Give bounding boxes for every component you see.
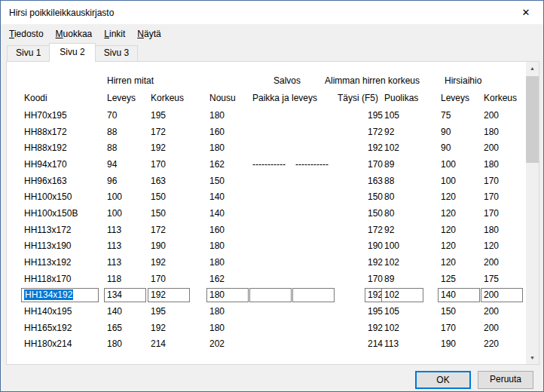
menu-hotkey: L	[104, 29, 109, 39]
menu-item-linkit[interactable]: Linkit	[98, 26, 131, 41]
cell-korkeus: 192	[151, 323, 209, 333]
menu-item-muokkaa[interactable]: Muokkaa	[50, 26, 99, 41]
tab-sivu-3[interactable]: Sivu 3	[95, 45, 138, 61]
menu-item-nayta[interactable]: Näytä	[131, 26, 167, 41]
table-row[interactable]: HH70x195 70 195 180 195 105 75 200	[24, 107, 526, 124]
cell-puolikas: 113	[384, 338, 441, 349]
cell-leveys: 70	[107, 110, 151, 121]
cell-korkeus: 170	[151, 159, 209, 170]
cell-aihio-leveys: 75	[441, 110, 484, 121]
cell-aihio-korkeus: 170	[484, 208, 523, 219]
cell-taysi: 195	[338, 306, 384, 317]
cell-aihio-leveys: 120	[441, 225, 484, 235]
cell-aihio-korkeus: 180	[484, 159, 523, 170]
paikka-input-2[interactable]	[292, 288, 335, 302]
cell-korkeus: 172	[151, 127, 209, 137]
cell-aihio-leveys: 90	[441, 127, 484, 137]
aihio-leveys-input[interactable]	[438, 288, 480, 302]
cell-leveys: 113	[107, 240, 151, 251]
table-row[interactable]: HH113x172 113 172 160 172 92 120 180	[24, 222, 526, 238]
dialog-window: Hirsi poikkileikkauskirjasto ✕ Tiedosto …	[0, 0, 544, 392]
cell-aihio-korkeus: 180	[484, 127, 523, 137]
menu-hotkey: N	[137, 29, 144, 39]
window-title: Hirsi poikkileikkauskirjasto	[1, 8, 114, 18]
menu-hotkey: T	[9, 29, 14, 39]
cell-taysi: 163	[338, 176, 384, 186]
cell-korkeus: 192	[151, 142, 209, 153]
cell-aihio-korkeus: 200	[484, 323, 523, 333]
column-header-korkeus: Korkeus	[151, 93, 209, 103]
cell-aihio-korkeus: 200	[484, 142, 523, 153]
cell-leveys: 140	[107, 306, 151, 317]
ok-button[interactable]: OK	[415, 371, 471, 389]
cell-code: HH88x172	[24, 127, 107, 137]
column-header-koodi: Koodi	[24, 93, 107, 103]
cell-puolikas: 105	[384, 306, 441, 317]
scroll-down-button[interactable]: ▼	[526, 351, 539, 364]
column-header-puolikas: Puolikas	[384, 93, 441, 103]
table-header-row: Koodi Leveys Korkeus Nousu Paikka ja lev…	[24, 89, 526, 107]
cell-puolikas: 88	[384, 176, 441, 186]
table-row[interactable]: HH113x190 113 190 180 190 100 120 120	[24, 238, 526, 255]
nousu-input[interactable]	[206, 288, 249, 302]
column-header-aihio-korkeus: Korkeus	[484, 93, 523, 103]
table-row[interactable]: HH88x172 88 172 160 172 92 90 180	[24, 124, 526, 140]
table-body: HH70x195 70 195 180 195 105 75 200 HH88x…	[24, 107, 526, 352]
table-row[interactable]: HH100x150 100 150 140 150 80 120 170	[24, 188, 526, 205]
paikka-input-1[interactable]	[249, 288, 292, 302]
cell-code: HH113x190	[24, 240, 107, 251]
cell-aihio-leveys: 90	[441, 142, 484, 153]
table-row[interactable]: HH118x170 118 170 162 170 89 125 175	[24, 271, 526, 287]
menu-item-tiedosto[interactable]: Tiedosto	[3, 26, 50, 41]
leveys-input[interactable]	[104, 288, 146, 302]
cell-aihio-korkeus: 120	[484, 240, 523, 251]
cell-code: HH94x170	[24, 159, 107, 170]
column-header-taysi-f5: Täysi (F5)	[338, 93, 384, 103]
vertical-scrollbar[interactable]: ▲ ▼	[526, 62, 539, 364]
cell-code: HH70x195	[24, 110, 107, 121]
cell-puolikas: 92	[384, 225, 441, 235]
cancel-button[interactable]: Peruuta	[478, 371, 533, 389]
scrollbar-thumb[interactable]	[526, 76, 539, 163]
tab-sivu-2[interactable]: Sivu 2	[49, 43, 95, 62]
cell-aihio-korkeus: 175	[484, 274, 523, 284]
cell-leveys: 118	[107, 274, 151, 284]
cell-aihio-leveys: 150	[441, 306, 484, 317]
cell-taysi: 172	[338, 127, 384, 137]
koodi-input[interactable]: HH134x192	[21, 288, 99, 302]
table-row[interactable]: HH96x163 96 163 150 163 88 100 170	[24, 173, 526, 189]
table-row[interactable]: HH100x150B 100 150 140 150 80 120 170	[24, 205, 526, 222]
cell-code: HH96x163	[24, 176, 107, 186]
cell-leveys: 113	[107, 257, 151, 268]
table-row[interactable]: HH180x214 180 214 202 214 113 190 220	[24, 336, 526, 353]
aihio-korkeus-input[interactable]	[481, 288, 523, 302]
cell-puolikas: 105	[384, 110, 441, 121]
cell-puolikas: 80	[384, 191, 441, 202]
cell-nousu: 140	[209, 208, 252, 219]
korkeus-input[interactable]	[148, 288, 190, 302]
puolikas-input[interactable]	[381, 288, 423, 302]
cell-puolikas: 102	[384, 142, 441, 153]
cell-aihio-korkeus: 220	[484, 338, 523, 349]
scroll-up-icon: ▲	[530, 66, 535, 71]
cell-aihio-korkeus: 170	[484, 191, 523, 202]
table-row[interactable]: HH94x170 94 170 162 ----------- --------…	[24, 156, 526, 173]
table-row[interactable]: HH88x192 88 192 180 192 102 90 200	[24, 139, 526, 156]
tab-sivu-1[interactable]: Sivu 1	[7, 45, 50, 61]
table-row[interactable]: HH165x192 165 192 180 192 102 170 200	[24, 320, 526, 336]
cell-korkeus: 150	[151, 191, 209, 202]
close-button[interactable]: ✕	[509, 1, 543, 24]
cell-paikka-2: -----------	[295, 159, 338, 170]
menu-label: iedosto	[14, 29, 44, 39]
cell-nousu: 150	[209, 176, 252, 186]
cell-taysi: 192	[338, 257, 384, 268]
cell-code: HH165x192	[24, 323, 107, 333]
scroll-up-button[interactable]: ▲	[526, 62, 539, 75]
cell-puolikas: 102	[384, 257, 441, 268]
cell-nousu: 180	[209, 110, 252, 121]
cell-korkeus: 150	[151, 208, 209, 219]
cell-nousu: 160	[209, 225, 252, 235]
table-row[interactable]: HH140x195 140 195 180 195 105 150 200	[24, 303, 526, 320]
cell-taysi: 170	[338, 274, 384, 284]
table-row[interactable]: HH113x192 113 192 180 192 102 120 200	[24, 254, 526, 271]
